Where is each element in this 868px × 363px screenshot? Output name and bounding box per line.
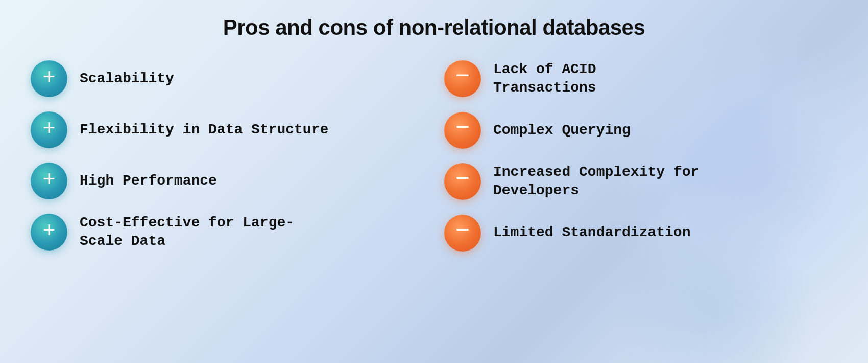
con-label-acid: Lack of ACIDTransactions <box>493 60 596 98</box>
list-item: − Complex Querying <box>444 112 837 149</box>
pro-label-flexibility: Flexibility in Data Structure <box>80 121 328 139</box>
pro-icon-performance: + <box>31 163 67 199</box>
con-icon-complexity: − <box>444 163 481 200</box>
plus-icon: + <box>42 67 55 89</box>
pro-label-scalability: Scalability <box>80 70 174 88</box>
con-label-querying: Complex Querying <box>493 121 631 140</box>
pro-label-performance: High Performance <box>80 172 217 190</box>
cons-column: − Lack of ACIDTransactions − Complex Que… <box>444 60 837 252</box>
con-icon-querying: − <box>444 112 481 149</box>
con-icon-acid: − <box>444 60 481 97</box>
list-item: + Scalability <box>31 60 424 97</box>
list-item: − Lack of ACIDTransactions <box>444 60 837 98</box>
list-item: − Increased Complexity forDevelopers <box>444 163 837 200</box>
list-item: + Flexibility in Data Structure <box>31 111 424 148</box>
plus-icon: + <box>42 119 55 140</box>
pros-column: + Scalability + Flexibility in Data Stru… <box>31 60 424 252</box>
content-area: + Scalability + Flexibility in Data Stru… <box>31 60 837 252</box>
con-label-complexity: Increased Complexity forDevelopers <box>493 163 699 200</box>
plus-icon: + <box>42 170 55 191</box>
pro-label-cost: Cost-Effective for Large-Scale Data <box>80 214 294 251</box>
list-item: + High Performance <box>31 163 424 199</box>
con-label-standardization: Limited Standardization <box>493 223 690 242</box>
minus-icon: − <box>455 167 470 192</box>
list-item: + Cost-Effective for Large-Scale Data <box>31 214 424 251</box>
minus-icon: − <box>455 64 470 89</box>
list-item: − Limited Standardization <box>444 215 837 252</box>
main-container: Pros and cons of non-relational database… <box>0 0 868 363</box>
pro-icon-cost: + <box>31 214 67 251</box>
pro-icon-flexibility: + <box>31 111 67 148</box>
minus-icon: − <box>455 116 470 141</box>
plus-icon: + <box>42 221 55 242</box>
pro-icon-scalability: + <box>31 60 67 97</box>
con-icon-standardization: − <box>444 215 481 252</box>
minus-icon: − <box>455 219 470 243</box>
page-title: Pros and cons of non-relational database… <box>223 15 645 40</box>
